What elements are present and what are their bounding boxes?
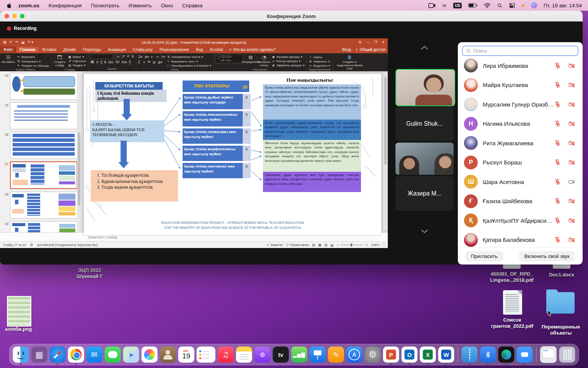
desktop-icon-doc1-label[interactable]: Doc1.docx bbox=[544, 272, 580, 278]
importance-box-3[interactable]: Мектепте білім беруде оқушылардың сауатт… bbox=[263, 140, 361, 173]
menu-edit[interactable]: Изменить bbox=[129, 3, 152, 8]
apple-menu-icon[interactable] bbox=[6, 2, 11, 9]
bluetooth-icon[interactable] bbox=[480, 347, 496, 363]
desktop-icon-grants-pdf-label[interactable]: Списокгрантов_2022.pdf bbox=[483, 317, 541, 330]
comments-toggle[interactable]: 🗩 Примечания bbox=[286, 243, 309, 247]
columns-icon[interactable]: ▥▾ bbox=[158, 61, 163, 64]
tab-design[interactable]: Дизайн bbox=[60, 47, 80, 53]
tab-view[interactable]: Вид bbox=[193, 47, 206, 53]
desktop-icon-grants-pdf[interactable] bbox=[503, 290, 522, 315]
video-tile-active-speaker[interactable] bbox=[395, 69, 455, 106]
menu-bar-clock[interactable]: Пт, 19 авг. 14:54 bbox=[544, 3, 582, 8]
archive-utility-icon[interactable] bbox=[462, 347, 478, 363]
thumbnail-slide-18[interactable]: 18 bbox=[2, 192, 77, 219]
launchpad-icon[interactable]: ▦ bbox=[31, 347, 47, 363]
slide-direction-box[interactable]: ҚҰЗЫРЕТТЛІК БАҒЫТЫ bbox=[95, 82, 163, 90]
excel-icon[interactable]: X bbox=[420, 347, 436, 363]
change-case-button[interactable]: Aa▾ bbox=[121, 61, 127, 64]
replace-button[interactable]: ⇄Заменить▾ bbox=[309, 60, 330, 63]
video-tile-gulim[interactable]: Gulim Shuk... bbox=[395, 107, 454, 141]
normal-view-icon[interactable]: ▤ bbox=[312, 243, 315, 247]
battery-icon[interactable] bbox=[468, 3, 477, 8]
font-size-box[interactable]: 24 bbox=[114, 54, 121, 59]
align-right-icon[interactable]: ⭆ bbox=[148, 60, 150, 64]
unmute-button[interactable]: Включить свой звук bbox=[519, 251, 575, 261]
participant-row[interactable]: Н Нагима Ильясова bbox=[458, 114, 583, 134]
tab-file[interactable]: Файл bbox=[0, 47, 16, 53]
contacts-icon[interactable] bbox=[160, 347, 176, 363]
zoom-window-titlebar[interactable]: Конференция Zoom bbox=[0, 11, 583, 21]
desktop-icon-ecp-2022[interactable]: ЭЦП 2022Шүкенай Г bbox=[68, 267, 111, 280]
numbers-icon[interactable]: ▂▅▇ bbox=[291, 347, 307, 363]
trash-icon[interactable] bbox=[559, 347, 575, 363]
thumbnail-scrollbar[interactable] bbox=[77, 71, 81, 232]
photos-icon[interactable] bbox=[142, 347, 158, 363]
desktop-icon-alphabet-png[interactable] bbox=[7, 296, 31, 327]
loop-status-icon[interactable]: ∞ bbox=[442, 2, 447, 9]
numbering-icon[interactable]: ≣▾ bbox=[145, 55, 149, 59]
char-spacing-button[interactable]: AV bbox=[116, 61, 119, 64]
find-button[interactable]: ⌕Найти bbox=[309, 55, 330, 59]
close-icon[interactable]: ✕ bbox=[382, 40, 385, 44]
slide-subject-table[interactable]: ПӘН АТАУЛАРЫ 28 Қазақ тілінің дыбыс жүйе… bbox=[183, 80, 251, 180]
shapes-gallery[interactable]: ⟍⟋□○▢▿⌒⌁⇨☆◇⋆ bbox=[216, 54, 243, 63]
indent-left-icon[interactable]: ⇤ bbox=[151, 55, 154, 59]
font-color-button[interactable]: A bbox=[129, 60, 131, 64]
finder-icon[interactable] bbox=[13, 347, 29, 363]
spotlight-icon[interactable] bbox=[497, 3, 503, 8]
slide-subject-box[interactable]: І Қазақ тілі бойынша пәндік дайындық bbox=[95, 90, 167, 102]
chrome-icon[interactable] bbox=[68, 347, 84, 363]
desktop-icon-moved-folder-label[interactable]: Перемещенныеобъекты bbox=[535, 324, 586, 337]
menu-view[interactable]: Посмотреть bbox=[91, 3, 119, 8]
thumbnail-slide-14[interactable]: 14 bbox=[2, 73, 77, 100]
tab-home[interactable]: Главная bbox=[16, 47, 39, 53]
pages-icon[interactable]: ✎ bbox=[328, 347, 344, 363]
participant-row[interactable]: Рита Жумагалиева bbox=[458, 133, 583, 153]
music-icon[interactable]: ♫ bbox=[218, 347, 234, 363]
slide-sorter-icon[interactable]: ▦ bbox=[318, 243, 321, 247]
align-left-icon[interactable]: ⬱ bbox=[138, 60, 140, 64]
calendar-icon[interactable]: АВГ.19 bbox=[178, 347, 194, 363]
indent-right-icon[interactable]: ⇥ bbox=[156, 55, 158, 59]
participant-row[interactable]: Лира Ибраимова bbox=[458, 56, 583, 76]
tab-slideshow[interactable]: Слайд-шоу bbox=[129, 47, 156, 53]
system-preferences-icon[interactable]: ⚙ bbox=[365, 347, 381, 363]
tab-review[interactable]: Рецензирование bbox=[156, 47, 193, 53]
messages-icon[interactable] bbox=[105, 347, 121, 363]
slide-thumbnail-panel[interactable]: 14 15 bbox=[0, 71, 81, 232]
wifi-icon[interactable] bbox=[484, 3, 490, 8]
notes-toggle[interactable]: ⇧ Заметки bbox=[266, 243, 283, 247]
participants-search-input[interactable]: Поиск bbox=[462, 46, 578, 56]
shape-effects-button[interactable]: ◈Эффекты фигуры▾ bbox=[272, 64, 305, 67]
spellcheck-icon[interactable]: 🖹 bbox=[30, 243, 33, 247]
reminders-icon[interactable] bbox=[197, 347, 216, 363]
strikethrough-button[interactable]: S bbox=[104, 61, 106, 64]
video-tile-zhazira[interactable]: Жазира М... bbox=[395, 176, 454, 211]
outlook-icon[interactable]: O bbox=[402, 347, 418, 363]
siri-icon[interactable] bbox=[531, 2, 537, 8]
desktop-icon-moved-folder[interactable] bbox=[546, 292, 575, 314]
powerpoint-icon[interactable]: P bbox=[383, 347, 399, 363]
tab-animations[interactable]: Анимация bbox=[105, 47, 129, 53]
notes-icon[interactable] bbox=[236, 347, 252, 363]
reading-view-icon[interactable]: ▥ bbox=[324, 243, 327, 247]
slideshow-view-icon[interactable]: ⬓ bbox=[330, 243, 333, 247]
desktop-icon-pdf-450301-label[interactable]: 450301_OF_RPD_Lingvoe...2018.pdf bbox=[483, 271, 541, 284]
underline-button[interactable]: Ч bbox=[100, 61, 102, 64]
participant-row[interactable]: Ш Шара Асетовна bbox=[458, 172, 583, 192]
align-center-icon[interactable]: ≡ bbox=[143, 61, 145, 64]
tell-me-box[interactable]: ✧ Что вы хотите сделать? bbox=[229, 48, 276, 52]
thumbnail-slide-16[interactable]: 16 bbox=[2, 132, 77, 159]
importance-box-4[interactable]: Сөйлемнің дұрыс құрылуы мен түрі, мазмұн… bbox=[263, 172, 361, 192]
text-direction-button[interactable]: ⇅Направление текста▾ bbox=[167, 55, 211, 59]
bullets-icon[interactable]: ☰▾ bbox=[138, 55, 142, 59]
menu-help[interactable]: Справка bbox=[182, 3, 203, 8]
mail-icon[interactable]: ✉ bbox=[87, 347, 103, 363]
sign-in-link[interactable]: Вход bbox=[342, 48, 351, 52]
create-pdf-button[interactable]: 🗎 Создать и поделиться Adobe PDF bbox=[335, 54, 365, 71]
font-name-box[interactable] bbox=[90, 54, 113, 59]
clear-format-icon[interactable]: A̷ bbox=[132, 55, 134, 58]
keyboard-layout-badge[interactable]: US bbox=[453, 3, 462, 8]
participant-row[interactable]: Қ ҚазҰлтҚызПУ Абдирасило... bbox=[458, 211, 583, 230]
paste-button[interactable]: ⎘ Вставить bbox=[2, 54, 15, 64]
